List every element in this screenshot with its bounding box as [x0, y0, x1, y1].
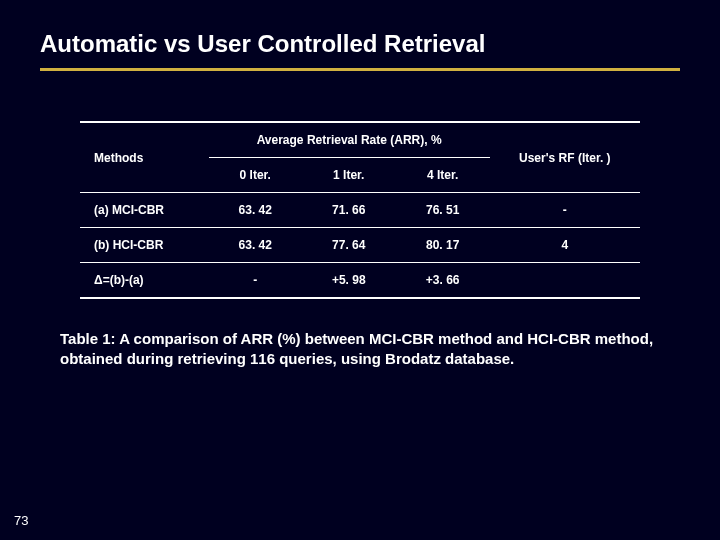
slide: Automatic vs User Controlled Retrieval M…: [0, 0, 720, 540]
arr-table: Methods Average Retrieval Rate (ARR), % …: [80, 121, 640, 299]
table-caption: Table 1: A comparison of ARR (%) between…: [60, 329, 660, 370]
cell-value: +5. 98: [302, 263, 396, 299]
col-arr: Average Retrieval Rate (ARR), %: [209, 122, 490, 158]
cell-value: 80. 17: [396, 228, 490, 263]
cell-value: -: [209, 263, 302, 299]
cell-value: 71. 66: [302, 193, 396, 228]
cell-value: 77. 64: [302, 228, 396, 263]
cell-value: 63. 42: [209, 193, 302, 228]
table-container: Methods Average Retrieval Rate (ARR), % …: [80, 121, 640, 299]
cell-method: Δ=(b)-(a): [80, 263, 209, 299]
subcol-1iter: 1 Iter.: [302, 158, 396, 193]
cell-value: +3. 66: [396, 263, 490, 299]
cell-method: (a) MCI-CBR: [80, 193, 209, 228]
cell-method: (b) HCI-CBR: [80, 228, 209, 263]
table-row: (b) HCI-CBR 63. 42 77. 64 80. 17 4: [80, 228, 640, 263]
table-row: (a) MCI-CBR 63. 42 71. 66 76. 51 -: [80, 193, 640, 228]
cell-value: 76. 51: [396, 193, 490, 228]
cell-value: [490, 263, 640, 299]
table-row: Δ=(b)-(a) - +5. 98 +3. 66: [80, 263, 640, 299]
subcol-0iter: 0 Iter.: [209, 158, 302, 193]
cell-value: -: [490, 193, 640, 228]
title-underline: [40, 68, 680, 71]
col-methods: Methods: [80, 122, 209, 193]
subcol-4iter: 4 Iter.: [396, 158, 490, 193]
table-header-row: Methods Average Retrieval Rate (ARR), % …: [80, 122, 640, 158]
page-number: 73: [14, 513, 28, 528]
cell-value: 4: [490, 228, 640, 263]
cell-value: 63. 42: [209, 228, 302, 263]
col-user-rf: User's RF (Iter. ): [490, 122, 640, 193]
page-title: Automatic vs User Controlled Retrieval: [40, 30, 680, 58]
